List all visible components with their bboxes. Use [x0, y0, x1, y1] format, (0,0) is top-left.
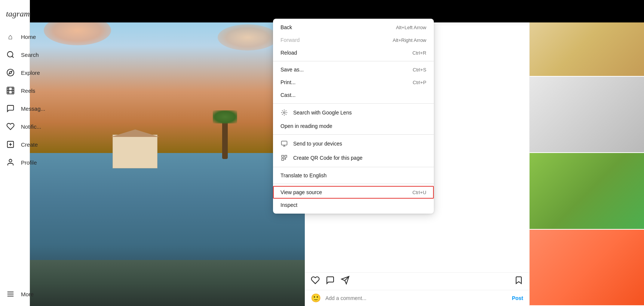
sidebar-label-profile: Profile — [21, 159, 37, 166]
view-source-shortcut: Ctrl+U — [413, 190, 426, 195]
save-as-shortcut: Ctrl+S — [413, 67, 426, 73]
svg-line-1 — [12, 56, 13, 58]
qr-code-icon — [280, 154, 288, 162]
sidebar-item-create[interactable]: Create — [0, 135, 30, 153]
menu-item-inspect[interactable]: Inspect — [273, 199, 434, 211]
thumbnail-strip — [529, 0, 644, 306]
palm-top — [213, 110, 237, 123]
comment-area: 🙂 Post — [305, 290, 529, 306]
messages-icon — [6, 104, 15, 113]
search-icon — [6, 50, 15, 59]
print-shortcut: Ctrl+P — [413, 80, 426, 85]
sidebar-item-notifications[interactable]: Notific... — [0, 117, 30, 135]
like-button[interactable] — [311, 276, 320, 287]
instagram-logo: tagram — [0, 3, 30, 28]
menu-item-cast[interactable]: Cast... — [273, 89, 434, 101]
home-icon: ⌂ — [6, 32, 15, 41]
separator-4 — [273, 167, 434, 167]
notifications-icon — [6, 122, 15, 131]
ground — [30, 260, 305, 306]
menu-item-send-devices[interactable]: Send to your devices — [273, 137, 434, 151]
back-shortcut: Alt+Left Arrow — [396, 25, 426, 30]
cloud-right — [218, 24, 277, 51]
menu-item-save-as[interactable]: Save as... Ctrl+S — [273, 63, 434, 76]
menu-item-forward[interactable]: Forward Alt+Right Arrow — [273, 34, 434, 46]
menu-item-qr-code[interactable]: Create QR Code for this page — [273, 151, 434, 165]
create-icon — [6, 140, 15, 149]
post-image — [30, 0, 305, 306]
sidebar-label-search: Search — [21, 52, 39, 58]
svg-point-21 — [283, 112, 285, 114]
svg-rect-25 — [282, 155, 283, 157]
sidebar-item-more[interactable]: More — [0, 285, 40, 303]
reload-label: Reload — [280, 50, 297, 56]
menu-item-google-lens[interactable]: Search with Google Lens — [273, 105, 434, 120]
svg-point-15 — [9, 159, 12, 162]
view-source-label: View page source — [280, 189, 322, 195]
explore-icon — [6, 68, 15, 77]
separator-2 — [273, 103, 434, 104]
svg-marker-3 — [9, 71, 12, 74]
svg-rect-28 — [285, 159, 286, 159]
send-devices-icon — [280, 140, 288, 147]
sidebar-item-messages[interactable]: Messag... — [0, 100, 30, 117]
menu-item-view-source[interactable]: View page source Ctrl+U — [273, 186, 434, 199]
sidebar-label-explore: Explore — [21, 70, 40, 76]
thumbnail-4[interactable] — [530, 230, 644, 306]
send-devices-label: Send to your devices — [293, 141, 342, 147]
context-menu: Back Alt+Left Arrow Forward Alt+Right Ar… — [273, 19, 434, 214]
share-button[interactable] — [341, 276, 350, 287]
reading-mode-label: Open in reading mode — [280, 123, 332, 129]
thumbnail-3[interactable] — [530, 153, 644, 230]
sidebar-item-reels[interactable]: Reels — [0, 82, 30, 100]
post-actions — [305, 272, 529, 290]
separator-3 — [273, 134, 434, 135]
sidebar-label-home: Home — [21, 34, 36, 40]
comment-button[interactable] — [326, 276, 335, 287]
menu-item-translate[interactable]: Translate to English — [273, 169, 434, 182]
bookmark-button[interactable] — [514, 276, 523, 287]
inspect-label: Inspect — [280, 202, 297, 208]
google-lens-label: Search with Google Lens — [293, 110, 352, 116]
svg-point-2 — [7, 69, 14, 76]
menu-item-reload[interactable]: Reload Ctrl+R — [273, 46, 434, 59]
forward-shortcut: Alt+Right Arrow — [393, 37, 426, 43]
thumbnail-2[interactable] — [530, 77, 644, 153]
save-as-label: Save as... — [280, 67, 304, 73]
sidebar-item-search[interactable]: Search — [0, 46, 30, 64]
qr-code-label: Create QR Code for this page — [293, 155, 362, 161]
building — [113, 135, 157, 168]
sidebar-label-more: More — [21, 291, 34, 297]
svg-rect-22 — [282, 141, 287, 145]
comment-input[interactable] — [325, 295, 507, 301]
sidebar: tagram ⌂ Home Search Explore Reels Messa… — [0, 0, 30, 306]
emoji-button[interactable]: 🙂 — [311, 293, 321, 303]
sidebar-label-create: Create — [21, 141, 38, 148]
print-label: Print... — [280, 79, 295, 85]
palm-tree — [222, 122, 228, 159]
profile-icon — [6, 158, 15, 167]
google-lens-icon — [280, 109, 288, 116]
sidebar-item-profile[interactable]: Profile — [0, 153, 30, 171]
translate-label: Translate to English — [280, 172, 326, 178]
menu-item-back[interactable]: Back Alt+Left Arrow — [273, 21, 434, 34]
post-comment-button[interactable]: Post — [512, 295, 523, 301]
cast-label: Cast... — [280, 92, 295, 98]
svg-rect-27 — [282, 159, 283, 160]
sidebar-item-explore[interactable]: Explore — [0, 64, 30, 82]
separator-5 — [273, 184, 434, 184]
sidebar-item-home[interactable]: ⌂ Home — [0, 28, 30, 46]
sidebar-label-messages: Messag... — [21, 105, 45, 112]
more-icon — [6, 290, 15, 299]
landscape-photo — [30, 0, 305, 306]
menu-item-print[interactable]: Print... Ctrl+P — [273, 76, 434, 89]
reload-shortcut: Ctrl+R — [413, 50, 426, 56]
menu-item-reading-mode[interactable]: Open in reading mode — [273, 120, 434, 132]
separator-1 — [273, 61, 434, 61]
back-label: Back — [280, 24, 292, 30]
reels-icon — [6, 86, 15, 95]
svg-point-0 — [7, 52, 13, 57]
sidebar-label-reels: Reels — [21, 88, 35, 94]
forward-label: Forward — [280, 37, 300, 43]
svg-rect-26 — [285, 155, 287, 157]
